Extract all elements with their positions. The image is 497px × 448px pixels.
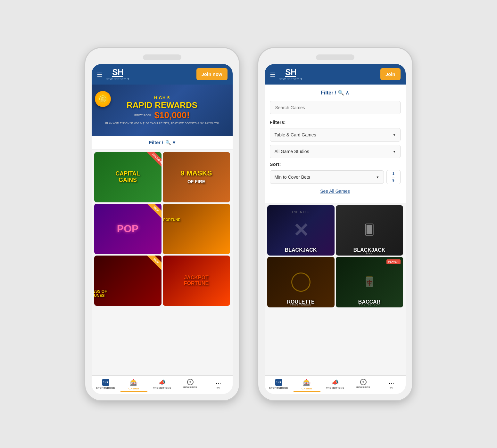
left-bottom-nav: SB SPORTSBOOK 🎰 CASINO 📣 PROMOTIONS ® RE… (92, 375, 233, 394)
left-main-content: Filter / 🔍 ▾ FEATURED CAPITALGAINS 9 MAS… (92, 136, 233, 375)
filter-title-row: Filter / 🔍 ∧ (270, 90, 401, 96)
nav-promotions-left[interactable]: 📣 PROMOTIONS (148, 378, 176, 393)
more-icon: … (216, 379, 221, 386)
right-nav-promotions-label: PROMOTIONS (326, 387, 344, 389)
right-more-icon: … (389, 379, 394, 386)
logo-sh: SH (112, 68, 123, 77)
banner-title: RAPID REWARDS (105, 100, 219, 110)
right-logo-block: SH NEW JERSEY ▼ (279, 68, 303, 81)
nav-more-right[interactable]: … SU (377, 378, 406, 393)
game-title-9masks: 9 MASKSOF FIRE (181, 169, 212, 185)
game-card-stallion[interactable]: STALLION FORTUNE (163, 204, 230, 254)
nav-rewards-label: REWARDS (183, 386, 197, 389)
logo-state: NEW JERSEY ▼ (106, 77, 130, 81)
game-card-pop[interactable]: NEW POP (94, 204, 162, 254)
right-nav-sportsbook-label: SPORTSBOOK (269, 387, 288, 389)
left-header-left: ☰ SH NEW JERSEY ▼ (97, 68, 130, 81)
filter-search-icon-right: 🔍 (338, 90, 345, 95)
sort-select-wrapper: Min to Cover Bets ▼ (270, 170, 384, 184)
nav-casino-right[interactable]: 🎰 CASINO (293, 378, 321, 393)
nav-sportsbook-right[interactable]: SB SPORTSBOOK (265, 378, 293, 393)
right-promotions-icon: 📣 (332, 379, 339, 386)
casino-icon: 🎰 (130, 379, 138, 387)
search-games-input[interactable] (270, 101, 401, 114)
game-card-goddess[interactable]: NEW GODDESS OFFORTUNES (94, 256, 162, 306)
logo-block: SH NEW JERSEY ▼ (106, 68, 130, 81)
nav-casino-left[interactable]: 🎰 CASINO (120, 378, 148, 393)
game-title-jackpot: JACKPOTFORTUNE (184, 275, 209, 286)
casino-active-bar (120, 391, 147, 392)
game-card-baccarat[interactable]: PLAYER 🀄 BACCAR FIRST PERSON (336, 257, 403, 307)
banner-coin: 🪙 (95, 91, 111, 107)
nav-rewards-left[interactable]: ® REWARDS (176, 378, 204, 393)
game-card-blackjack-live[interactable]: 🂠 Blackjack Live (336, 205, 403, 256)
game-title-capital-gains: CAPITALGAINS (115, 171, 140, 183)
right-bottom-nav: SB SPORTSBOOK 🎰 CASINO 📣 PROMOTIONS ® RE… (265, 375, 406, 394)
sort-order-button[interactable]: 1 — 9 (386, 170, 401, 184)
right-games-grid: ✕ INFINITE BLACKJACK 🂠 Blackjack Live RO… (265, 203, 406, 310)
nav-sportsbook-left[interactable]: SB SPORTSBOOK (92, 378, 120, 393)
game-subtitle-roulette: FIRST PERSON (267, 303, 335, 307)
filter-section: Filter / 🔍 ∧ Filters: Table & Card Games… (265, 85, 406, 203)
infinite-label: INFINITE (267, 210, 335, 214)
right-casino-icon: 🎰 (303, 379, 311, 387)
game-title-stallion: STALLION FORTUNE (163, 217, 196, 240)
nav-more-left[interactable]: … SU (204, 378, 233, 393)
banner-tag: HIGH 5 (105, 95, 219, 100)
left-phone: ☰ SH NEW JERSEY ▼ Join now 🪙 HIGH 5 RAPI… (85, 48, 239, 400)
promotions-icon: 📣 (159, 379, 166, 386)
right-nav-rewards-label: REWARDS (356, 386, 370, 389)
studio-wrapper: All Game Studios ▼ (270, 145, 401, 158)
game-card-jackpot[interactable]: JACKPOTFORTUNE (163, 256, 230, 306)
game-card-roulette[interactable]: ROULETTE FIRST PERSON (267, 257, 335, 307)
sort-select[interactable]: Min to Cover Bets (270, 170, 384, 184)
game-card-capital-gains[interactable]: FEATURED CAPITALGAINS (94, 152, 162, 203)
see-all-games-link[interactable]: See All Games (270, 189, 401, 194)
filter-search-icon: 🔍 (165, 140, 171, 145)
banner-prize-label: PRIZE POOL: (134, 114, 153, 117)
phone-notch-right (316, 54, 354, 60)
rewards-icon: ® (187, 379, 194, 385)
right-casino-active-bar (294, 391, 320, 392)
game-title-goddess: GODDESS OFFORTUNES (94, 289, 128, 297)
featured-badge: FEATURED (146, 152, 162, 167)
left-join-button[interactable]: Join now (196, 68, 228, 80)
right-logo-state: NEW JERSEY ▼ (279, 77, 303, 81)
game-title-blackjack-infinite: BLACKJACK (267, 247, 335, 253)
filters-label: Filters: (270, 119, 401, 125)
left-phone-screen: ☰ SH NEW JERSEY ▼ Join now 🪙 HIGH 5 RAPI… (92, 64, 233, 394)
banner-subtitle: PLAY AND ENJOY $1,000 & $100 CASH PRIZES… (105, 122, 219, 125)
sort-order-divider: — (392, 175, 395, 178)
right-main-content: Filter / 🔍 ∧ Filters: Table & Card Games… (265, 85, 406, 375)
roulette-wheel-icon (291, 273, 311, 292)
filter-section-title: Filter / 🔍 ∧ (321, 90, 349, 95)
game-type-wrapper: Table & Card Games ▼ (270, 128, 401, 142)
studio-select[interactable]: All Game Studios (270, 145, 401, 158)
baccarat-chips-icon: 🀄 (363, 276, 375, 287)
game-subtitle-baccarat: FIRST PERSON (336, 303, 403, 307)
left-filter-toggle[interactable]: Filter / 🔍 ▾ (95, 140, 229, 145)
right-phone: ☰ SH NEW JERSEY ▼ Join Filter / 🔍 (258, 48, 412, 400)
game-type-select[interactable]: Table & Card Games (270, 128, 401, 142)
sort-order-top: 1 (392, 172, 394, 175)
sort-order-bottom: 9 (392, 178, 394, 182)
left-games-grid: FEATURED CAPITALGAINS 9 MASKSOF FIRE NEW… (92, 150, 233, 309)
game-type-value: Table & Card Games (275, 132, 316, 137)
right-logo-sh: SH (285, 68, 296, 77)
game-card-infinite-blackjack[interactable]: ✕ INFINITE BLACKJACK (267, 205, 335, 256)
left-banner: 🪙 HIGH 5 RAPID REWARDS PRIZE POOL: $10,0… (92, 85, 233, 136)
nav-more-label: SU (217, 386, 220, 389)
phone-notch-left (143, 54, 181, 60)
card-suit-icon: 🂠 (364, 224, 375, 236)
hamburger-icon[interactable]: ☰ (97, 70, 103, 78)
right-nav-casino-label: CASINO (302, 387, 312, 390)
new-badge-pop: NEW (146, 204, 162, 219)
game-title-pop: POP (117, 223, 139, 234)
right-sportsbook-icon: SB (275, 379, 282, 386)
right-hamburger-icon[interactable]: ☰ (270, 70, 276, 78)
nav-promotions-label: PROMOTIONS (153, 387, 171, 389)
nav-rewards-right[interactable]: ® REWARDS (349, 378, 377, 393)
right-join-button[interactable]: Join (380, 68, 401, 80)
nav-promotions-right[interactable]: 📣 PROMOTIONS (321, 378, 349, 393)
game-card-9masks[interactable]: 9 MASKSOF FIRE (163, 152, 230, 203)
